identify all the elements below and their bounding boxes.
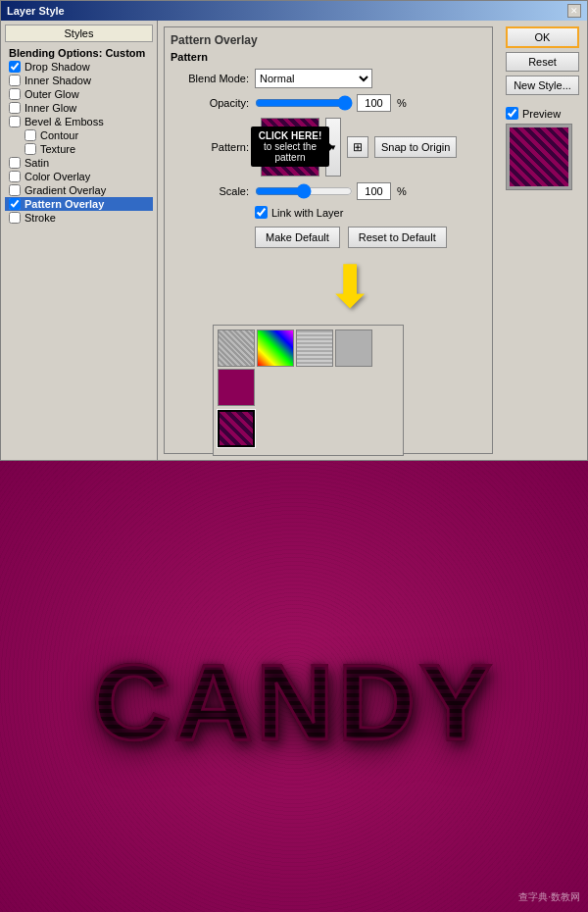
- pattern-swatch-selected[interactable]: [218, 410, 255, 447]
- sidebar-item-contour[interactable]: Contour: [5, 128, 153, 142]
- satin-checkbox[interactable]: [9, 157, 21, 169]
- main-content: Pattern Overlay Pattern Blend Mode: Norm…: [164, 26, 493, 454]
- callout-line2: to select the: [264, 141, 317, 152]
- layer-style-dialog: Layer Style ✕ Styles Blending Options: C…: [0, 0, 588, 461]
- sidebar-item-pattern-overlay[interactable]: Pattern Overlay: [5, 197, 153, 211]
- pattern-grid-row2: [218, 410, 399, 447]
- sidebar: Styles Blending Options: Custom Drop Sha…: [1, 21, 158, 460]
- sidebar-item-color-overlay[interactable]: Color Overlay: [5, 170, 153, 183]
- pattern-swatch-3[interactable]: [296, 329, 333, 367]
- reset-button[interactable]: Reset: [506, 52, 579, 72]
- snap-to-origin-button[interactable]: Snap to Origin: [374, 136, 457, 158]
- candy-text: CANDY: [92, 639, 495, 764]
- arrow-container: ⬇: [213, 258, 486, 317]
- candy-text-wrapper: CANDY: [92, 639, 495, 764]
- satin-label: Satin: [24, 157, 49, 169]
- preview-section: Preview: [506, 107, 579, 190]
- callout-tooltip: CLICK HERE! to select the pattern: [251, 127, 329, 167]
- inner-shadow-label: Inner Shadow: [24, 75, 91, 86]
- sidebar-section-title: Styles: [5, 25, 153, 42]
- sidebar-item-inner-glow[interactable]: Inner Glow: [5, 101, 153, 115]
- pattern-swatch-1[interactable]: [218, 329, 255, 367]
- opacity-slider-container: %: [255, 94, 407, 112]
- scale-slider[interactable]: [255, 184, 353, 198]
- preview-checkbox[interactable]: [506, 107, 518, 120]
- blend-mode-select[interactable]: Normal Multiply Screen Overlay: [255, 69, 372, 88]
- outer-glow-checkbox[interactable]: [9, 88, 21, 100]
- pattern-swatch-5[interactable]: [218, 369, 255, 406]
- outer-glow-label: Outer Glow: [24, 88, 79, 100]
- opacity-input[interactable]: [357, 94, 391, 112]
- opacity-percent: %: [397, 97, 407, 109]
- link-layer-label: Link with Layer: [271, 207, 343, 219]
- blend-mode-row: Blend Mode: Normal Multiply Screen Overl…: [171, 69, 486, 88]
- dialog-title: Layer Style: [7, 5, 65, 17]
- opacity-label: Opacity:: [171, 97, 249, 109]
- preview-label: Preview: [506, 107, 579, 120]
- contour-checkbox[interactable]: [24, 129, 36, 141]
- pattern-label: Pattern:: [171, 141, 249, 153]
- pattern-swatch-2[interactable]: [257, 329, 294, 367]
- sidebar-item-blending-options[interactable]: Blending Options: Custom: [5, 46, 153, 60]
- stroke-label: Stroke: [24, 212, 56, 224]
- link-layer-row: Link with Layer: [255, 206, 486, 219]
- action-buttons: Make Default Reset to Default: [255, 227, 486, 248]
- link-layer-checkbox[interactable]: [255, 206, 268, 219]
- sidebar-item-drop-shadow[interactable]: Drop Shadow: [5, 60, 153, 74]
- scale-percent: %: [397, 185, 407, 197]
- gradient-overlay-checkbox[interactable]: [9, 184, 21, 196]
- sidebar-item-stroke[interactable]: Stroke: [5, 211, 153, 225]
- scale-slider-container: %: [255, 182, 407, 200]
- sidebar-item-inner-shadow[interactable]: Inner Shadow: [5, 74, 153, 87]
- preview-pattern: [510, 127, 568, 186]
- watermark: 查字典·数教网: [518, 890, 580, 904]
- blend-mode-label: Blend Mode:: [171, 73, 249, 84]
- drop-shadow-checkbox[interactable]: [9, 61, 21, 73]
- texture-checkbox[interactable]: [24, 143, 36, 155]
- subsection-title: Pattern: [171, 51, 486, 63]
- right-panel: OK Reset New Style... Preview Pattern Ov…: [158, 21, 587, 460]
- sidebar-item-bevel-emboss[interactable]: Bevel & Emboss: [5, 115, 153, 128]
- sidebar-item-texture[interactable]: Texture: [5, 142, 153, 156]
- canvas-area: CANDY 查字典·数教网: [0, 461, 588, 912]
- pattern-picker: [213, 325, 404, 456]
- drop-shadow-label: Drop Shadow: [24, 61, 90, 73]
- texture-label: Texture: [40, 143, 75, 155]
- pattern-overlay-label: Pattern Overlay: [24, 198, 104, 210]
- stroke-checkbox[interactable]: [9, 212, 21, 224]
- dialog-body: Styles Blending Options: Custom Drop Sha…: [1, 21, 587, 460]
- pattern-grid: [218, 329, 399, 406]
- color-overlay-checkbox[interactable]: [9, 171, 21, 182]
- inner-glow-checkbox[interactable]: [9, 102, 21, 114]
- new-style-button[interactable]: New Style...: [506, 76, 579, 95]
- inner-shadow-checkbox[interactable]: [9, 75, 21, 86]
- bevel-emboss-checkbox[interactable]: [9, 116, 21, 127]
- bevel-emboss-label: Bevel & Emboss: [24, 116, 104, 127]
- opacity-slider[interactable]: [255, 96, 353, 110]
- callout-line1: CLICK HERE!: [259, 130, 321, 141]
- sidebar-item-gradient-overlay[interactable]: Gradient Overlay: [5, 183, 153, 197]
- pattern-options-button[interactable]: ⊞: [347, 136, 368, 158]
- sidebar-item-satin[interactable]: Satin: [5, 156, 153, 170]
- pattern-swatch-4[interactable]: [335, 329, 372, 367]
- pattern-overlay-checkbox[interactable]: [9, 198, 21, 210]
- inner-glow-label: Inner Glow: [24, 102, 76, 114]
- contour-label: Contour: [40, 129, 78, 141]
- preview-box: [506, 124, 572, 190]
- gradient-overlay-label: Gradient Overlay: [24, 184, 106, 196]
- opacity-row: Opacity: %: [171, 94, 486, 112]
- callout-line3: pattern: [274, 152, 305, 163]
- color-overlay-label: Color Overlay: [24, 171, 90, 182]
- blending-options-label: Blending Options: Custom: [9, 47, 145, 59]
- preview-text: Preview: [522, 108, 561, 120]
- make-default-button[interactable]: Make Default: [255, 227, 340, 248]
- ok-button[interactable]: OK: [506, 26, 579, 48]
- scale-row: Scale: %: [171, 182, 486, 200]
- section-title: Pattern Overlay: [171, 33, 486, 47]
- down-arrow-icon: ⬇: [325, 258, 374, 317]
- sidebar-item-outer-glow[interactable]: Outer Glow: [5, 87, 153, 101]
- scale-input[interactable]: [357, 182, 391, 200]
- dialog-buttons: OK Reset New Style... Preview: [506, 26, 579, 190]
- reset-default-button[interactable]: Reset to Default: [348, 227, 447, 248]
- close-button[interactable]: ✕: [567, 4, 581, 18]
